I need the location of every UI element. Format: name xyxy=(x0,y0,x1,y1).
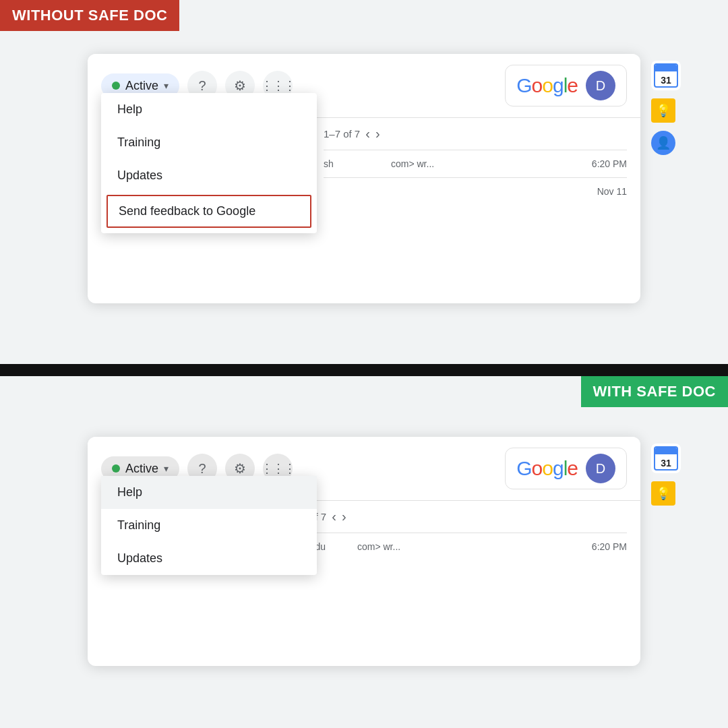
google-logo-bottom: Google D xyxy=(505,448,627,489)
dropdown-menu-top: Help Training Updates Send feedback to G… xyxy=(101,93,317,233)
bottom-banner: WITH SAFE DOC xyxy=(581,376,729,407)
contacts-icon-top[interactable]: 👤 xyxy=(651,131,675,155)
help-icon-bottom: ? xyxy=(198,461,206,477)
active-label-bottom: Active xyxy=(125,462,158,476)
gmail-frame-top: Active ▾ ? ⚙ ⋮⋮⋮ Google D xyxy=(88,54,640,303)
menu-item-help-top[interactable]: Help xyxy=(101,93,317,126)
google-logo-top: Google D xyxy=(505,65,627,107)
prev-page-bottom[interactable]: ‹ xyxy=(332,509,336,524)
chevron-down-icon: ▾ xyxy=(164,80,169,91)
email-nav-top: 1–7 of 7 ‹ › xyxy=(324,118,627,150)
email-preview-1-top: com> wr... xyxy=(391,158,578,169)
email-row-2-top[interactable]: Nov 11 xyxy=(324,177,627,205)
active-label-top: Active xyxy=(125,79,158,93)
grid-icon-bottom: ⋮⋮⋮ xyxy=(261,461,295,476)
dropdown-menu-bottom: Help Training Updates xyxy=(101,476,317,575)
top-panel: Active ▾ ? ⚙ ⋮⋮⋮ Google D xyxy=(0,0,728,364)
avatar-bottom[interactable]: D xyxy=(586,454,615,483)
email-nav-bottom: 1–7 of 7 ‹ › xyxy=(290,501,627,533)
active-status-dot-bottom xyxy=(112,464,120,473)
calendar-icon-bottom[interactable]: 31 xyxy=(651,444,681,473)
prev-page-top[interactable]: ‹ xyxy=(365,126,370,142)
menu-item-help-bottom[interactable]: Help xyxy=(101,476,317,509)
google-text-bottom: Google xyxy=(516,457,578,480)
keep-icon-bottom[interactable]: 💡 xyxy=(651,481,675,506)
keep-icon-top[interactable]: 💡 xyxy=(651,98,675,123)
gmail-frame-bottom: Active ▾ ? ⚙ ⋮⋮⋮ Google D xyxy=(88,437,640,666)
avatar-top[interactable]: D xyxy=(586,71,615,100)
email-area-bottom: 1–7 of 7 ‹ › n@gedu com> wr... 6:20 PM xyxy=(276,500,640,560)
email-area-top: 1–7 of 7 ‹ › sh com> wr... 6:20 PM Nov 1… xyxy=(310,117,640,205)
email-row-1-bottom[interactable]: n@gedu com> wr... 6:20 PM xyxy=(290,533,627,560)
email-preview-1-bottom: com> wr... xyxy=(357,541,578,552)
email-sender-1-top: sh xyxy=(324,158,377,169)
menu-item-training-bottom[interactable]: Training xyxy=(101,509,317,542)
next-page-bottom[interactable]: › xyxy=(342,509,346,524)
email-time-1-bottom: 6:20 PM xyxy=(592,541,627,552)
active-status-dot xyxy=(112,82,120,90)
help-icon: ? xyxy=(198,78,206,94)
email-time-2-top: Nov 11 xyxy=(597,186,627,197)
gear-icon-bottom: ⚙ xyxy=(234,460,246,477)
bottom-panel: Active ▾ ? ⚙ ⋮⋮⋮ Google D xyxy=(0,376,728,728)
gear-icon: ⚙ xyxy=(234,78,246,94)
google-text-top: Google xyxy=(516,74,578,97)
menu-item-training-top[interactable]: Training xyxy=(101,126,317,159)
calendar-icon-top[interactable]: 31 xyxy=(651,61,681,90)
menu-item-updates-top[interactable]: Updates xyxy=(101,159,317,192)
right-sidebar-bottom: 31 💡 xyxy=(651,444,681,506)
top-banner: WITHOUT SAFE DOC xyxy=(0,0,179,31)
grid-icon: ⋮⋮⋮ xyxy=(261,78,295,93)
menu-item-feedback-top[interactable]: Send feedback to Google xyxy=(107,195,311,228)
email-time-1-top: 6:20 PM xyxy=(592,158,627,169)
next-page-top[interactable]: › xyxy=(375,126,380,142)
chevron-down-icon-bottom: ▾ xyxy=(164,463,169,474)
section-divider xyxy=(0,364,728,376)
email-row-1-top[interactable]: sh com> wr... 6:20 PM xyxy=(324,150,627,177)
menu-item-updates-bottom[interactable]: Updates xyxy=(101,542,317,575)
right-sidebar-top: 31 💡 👤 xyxy=(651,61,681,155)
